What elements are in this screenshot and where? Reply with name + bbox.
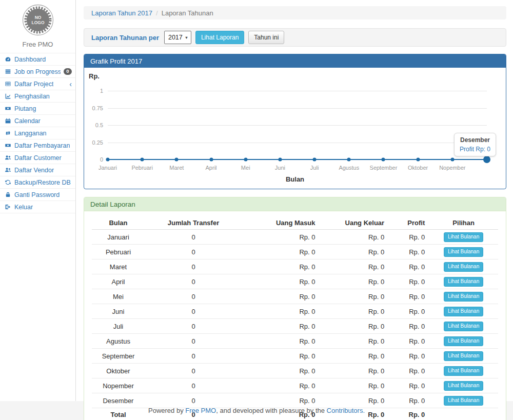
table-row: Nopember0Rp. 0Rp. 0Rp. 0Lihat Bulanan bbox=[92, 378, 498, 393]
chart-point[interactable] bbox=[450, 158, 454, 162]
profit-line-chart: Rp. 1 0.75 0.5 0.25 0 bbox=[84, 68, 506, 189]
table-row: Agustus0Rp. 0Rp. 0Rp. 0Lihat Bulanan bbox=[92, 334, 498, 349]
table-row: April0Rp. 0Rp. 0Rp. 0Lihat Bulanan bbox=[92, 274, 498, 289]
users-icon bbox=[5, 167, 11, 173]
brand-name: Free PMO bbox=[0, 41, 75, 48]
tooltip-month: Desember bbox=[460, 136, 490, 144]
footer-link-free-pmo[interactable]: Free PMO bbox=[185, 407, 216, 414]
breadcrumb-separator: / bbox=[152, 9, 162, 17]
x-axis-label: September bbox=[370, 165, 398, 171]
lihat-bulanan-button[interactable]: Lihat Bulanan bbox=[444, 292, 483, 302]
job-count-badge: 0 bbox=[64, 68, 72, 75]
money-icon bbox=[5, 105, 11, 112]
chart-plot-area: 1 0.75 0.5 0.25 0 bbox=[108, 68, 487, 189]
chevron-left-icon: ‹ bbox=[69, 81, 72, 88]
sidebar-menu: Dashboard Job on Progress 0 Daftar Proje… bbox=[0, 53, 75, 213]
y-tick: 0.75 bbox=[92, 105, 103, 111]
lihat-bulanan-button[interactable]: Lihat Bulanan bbox=[444, 232, 483, 242]
col-header-profit: Profit bbox=[388, 216, 429, 230]
brand-block: NO LOGO Free PMO bbox=[0, 0, 75, 53]
sidebar-item-job-on-progress[interactable]: Job on Progress 0 bbox=[0, 66, 75, 78]
lihat-bulanan-button[interactable]: Lihat Bulanan bbox=[444, 396, 483, 406]
sidebar-item-daftar-vendor[interactable]: Daftar Vendor bbox=[0, 164, 75, 176]
sidebar-item-daftar-pembayaran[interactable]: Daftar Pembayaran bbox=[0, 139, 75, 152]
table-row: Desember0Rp. 0Rp. 0Rp. 0Lihat Bulanan bbox=[92, 393, 498, 408]
gridline: 0.5 bbox=[108, 125, 487, 126]
chart-point[interactable] bbox=[209, 158, 213, 162]
chart-point[interactable] bbox=[106, 158, 110, 162]
content-wrapper: NO LOGO Free PMO Dashboard Job on Progre… bbox=[0, 0, 513, 401]
logo-text-line1: NO bbox=[34, 15, 41, 20]
x-axis-label: Januari bbox=[98, 165, 117, 171]
col-header-bulan: Bulan bbox=[92, 216, 145, 230]
lihat-bulanan-button[interactable]: Lihat Bulanan bbox=[444, 307, 483, 316]
x-axis-label: Pebruari bbox=[131, 165, 153, 171]
lihat-bulanan-button[interactable]: Lihat Bulanan bbox=[444, 381, 483, 391]
page: NO LOGO Free PMO Dashboard Job on Progre… bbox=[0, 0, 513, 420]
table-row: Juli0Rp. 0Rp. 0Rp. 0Lihat Bulanan bbox=[92, 319, 498, 334]
refresh-icon bbox=[5, 179, 11, 186]
tahun-ini-button[interactable]: Tahun ini bbox=[248, 31, 284, 44]
sidebar-item-ganti-password[interactable]: Ganti Password bbox=[0, 189, 75, 201]
footer-link-contributors[interactable]: Contributors. bbox=[327, 407, 365, 414]
profit-series-line bbox=[108, 159, 487, 160]
chart-point[interactable] bbox=[347, 158, 351, 162]
chart-point[interactable] bbox=[382, 158, 385, 162]
lock-icon bbox=[5, 191, 11, 198]
x-axis-label: Nopember bbox=[439, 165, 465, 171]
breadcrumb-link-laporan-tahun[interactable]: Laporan Tahun 2017 bbox=[91, 9, 152, 17]
table-header-row: Bulan Jumlah Transfer Uang Masuk Uang Ke… bbox=[92, 216, 498, 230]
profit-chart-panel: Grafik Profit 2017 Rp. 1 0.75 0.5 0.25 0 bbox=[84, 54, 506, 189]
table-icon bbox=[5, 81, 11, 87]
col-header-masuk: Uang Masuk bbox=[242, 216, 319, 230]
table-row: Maret0Rp. 0Rp. 0Rp. 0Lihat Bulanan bbox=[92, 259, 498, 274]
lihat-bulanan-button[interactable]: Lihat Bulanan bbox=[444, 247, 483, 257]
detail-panel-heading: Detail Laporan bbox=[84, 197, 506, 211]
sidebar-item-backup-restore[interactable]: Backup/Restore DB bbox=[0, 176, 75, 189]
lihat-bulanan-button[interactable]: Lihat Bulanan bbox=[444, 336, 483, 346]
sidebar-item-keluar[interactable]: Keluar bbox=[0, 201, 75, 213]
gridline: 1 bbox=[108, 91, 487, 91]
sidebar-item-dashboard[interactable]: Dashboard bbox=[0, 53, 75, 66]
chart-point[interactable] bbox=[141, 158, 144, 162]
lihat-bulanan-button[interactable]: Lihat Bulanan bbox=[444, 366, 483, 376]
main-content: Laporan Tahun 2017 / Laporan Tahunan Lap… bbox=[76, 0, 513, 401]
col-header-pilihan: Pilihan bbox=[429, 216, 498, 230]
footer-text: Powered by Free PMO, and developed with … bbox=[148, 407, 365, 414]
x-axis-label: Juli bbox=[310, 165, 319, 171]
sidebar-item-langganan[interactable]: Langganan bbox=[0, 127, 75, 139]
tooltip-value: Profit Rp: 0 bbox=[460, 146, 490, 153]
detail-laporan-panel: Detail Laporan Bulan Jumlah Transfer Uan… bbox=[84, 197, 506, 420]
users-icon bbox=[5, 154, 11, 161]
chart-point[interactable] bbox=[416, 158, 420, 162]
chart-point[interactable] bbox=[244, 158, 247, 162]
sidebar-item-penghasilan[interactable]: Penghasilan bbox=[0, 90, 75, 103]
table-row: Januari0Rp. 0Rp. 0Rp. 0Lihat Bulanan bbox=[92, 230, 498, 245]
breadcrumb: Laporan Tahun 2017 / Laporan Tahunan bbox=[84, 6, 506, 19]
sidebar: NO LOGO Free PMO Dashboard Job on Progre… bbox=[0, 0, 76, 401]
lihat-bulanan-button[interactable]: Lihat Bulanan bbox=[444, 351, 483, 361]
no-logo-badge: NO LOGO bbox=[22, 4, 54, 36]
chart-point-active[interactable] bbox=[483, 156, 490, 163]
y-tick: 0 bbox=[100, 156, 103, 163]
retweet-icon bbox=[5, 130, 11, 136]
y-tick: 0.25 bbox=[92, 139, 103, 146]
sidebar-item-calendar[interactable]: Calendar bbox=[0, 115, 75, 127]
x-axis-title: Bulan bbox=[286, 175, 304, 183]
table-row: Juni0Rp. 0Rp. 0Rp. 0Lihat Bulanan bbox=[92, 304, 498, 319]
year-select[interactable]: 2017 ▼ bbox=[164, 31, 191, 44]
gridline: 0.25 bbox=[108, 143, 487, 143]
sidebar-item-daftar-project[interactable]: Daftar Project ‹ bbox=[0, 78, 75, 90]
sidebar-item-piutang[interactable]: Piutang bbox=[0, 103, 75, 115]
lihat-bulanan-button[interactable]: Lihat Bulanan bbox=[444, 277, 483, 287]
sign-out-icon bbox=[5, 204, 11, 210]
lihat-bulanan-button[interactable]: Lihat Bulanan bbox=[444, 322, 483, 331]
lihat-bulanan-button[interactable]: Lihat Bulanan bbox=[444, 262, 483, 272]
lihat-laporan-button[interactable]: Lihat Laporan bbox=[195, 31, 244, 44]
sidebar-item-daftar-customer[interactable]: Daftar Customer bbox=[0, 152, 75, 164]
chart-point[interactable] bbox=[278, 158, 282, 162]
chart-point[interactable] bbox=[175, 158, 179, 162]
y-tick: 0.5 bbox=[95, 122, 103, 128]
dashboard-icon bbox=[5, 56, 11, 63]
chart-point[interactable] bbox=[313, 158, 317, 162]
